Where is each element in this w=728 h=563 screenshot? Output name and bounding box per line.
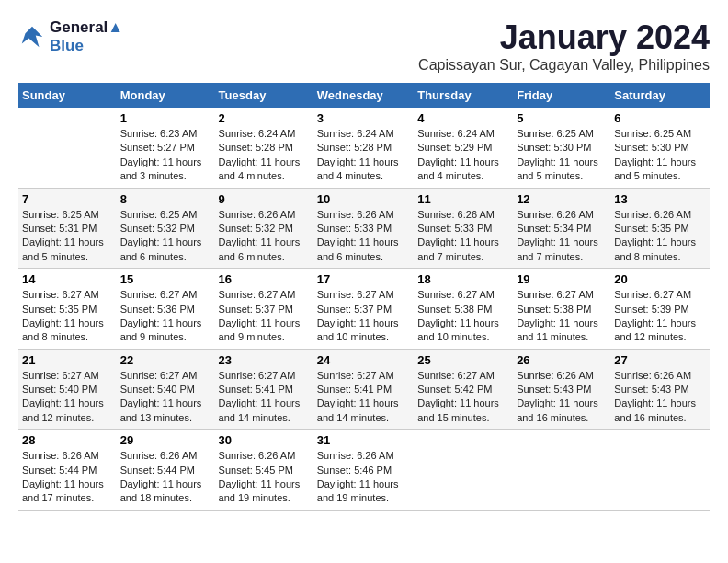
header-monday: Monday [117,83,215,108]
calendar-cell [18,108,117,188]
calendar-cell: 12Sunrise: 6:26 AM Sunset: 5:34 PM Dayli… [513,188,610,269]
cell-details: Sunrise: 6:27 AM Sunset: 5:41 PM Dayligh… [317,369,410,426]
cell-details: Sunrise: 6:26 AM Sunset: 5:35 PM Dayligh… [614,208,706,265]
calendar-cell: 21Sunrise: 6:27 AM Sunset: 5:40 PM Dayli… [18,349,117,430]
day-number: 28 [22,433,113,447]
day-number: 18 [417,272,509,286]
calendar-cell: 29Sunrise: 6:26 AM Sunset: 5:44 PM Dayli… [117,430,215,511]
calendar-cell: 31Sunrise: 6:26 AM Sunset: 5:46 PM Dayli… [313,430,414,511]
day-number: 10 [317,192,410,206]
cell-details: Sunrise: 6:23 AM Sunset: 5:27 PM Dayligh… [120,127,211,184]
cell-details: Sunrise: 6:24 AM Sunset: 5:29 PM Dayligh… [417,127,509,184]
calendar-cell: 3Sunrise: 6:24 AM Sunset: 5:28 PM Daylig… [313,108,414,188]
calendar-cell: 11Sunrise: 6:26 AM Sunset: 5:33 PM Dayli… [414,188,513,269]
calendar-cell: 1Sunrise: 6:23 AM Sunset: 5:27 PM Daylig… [117,108,215,188]
week-row-0: 1Sunrise: 6:23 AM Sunset: 5:27 PM Daylig… [18,108,710,188]
cell-details: Sunrise: 6:26 AM Sunset: 5:46 PM Dayligh… [317,449,410,506]
calendar-cell: 15Sunrise: 6:27 AM Sunset: 5:36 PM Dayli… [117,269,215,350]
header-wednesday: Wednesday [313,83,414,108]
day-number: 27 [614,353,706,367]
cell-details: Sunrise: 6:27 AM Sunset: 5:40 PM Dayligh… [120,369,211,426]
day-number: 31 [317,433,410,447]
cell-details: Sunrise: 6:26 AM Sunset: 5:34 PM Dayligh… [517,208,607,265]
cell-details: Sunrise: 6:25 AM Sunset: 5:30 PM Dayligh… [614,127,706,184]
cell-details: Sunrise: 6:25 AM Sunset: 5:31 PM Dayligh… [22,208,113,265]
day-number: 21 [22,353,113,367]
week-row-3: 21Sunrise: 6:27 AM Sunset: 5:40 PM Dayli… [18,349,710,430]
calendar-cell: 19Sunrise: 6:27 AM Sunset: 5:38 PM Dayli… [513,269,610,350]
calendar-cell: 6Sunrise: 6:25 AM Sunset: 5:30 PM Daylig… [610,108,710,188]
calendar-cell: 27Sunrise: 6:26 AM Sunset: 5:43 PM Dayli… [610,349,710,430]
header-sunday: Sunday [18,83,117,108]
calendar-cell: 10Sunrise: 6:26 AM Sunset: 5:33 PM Dayli… [313,188,414,269]
day-number: 24 [317,353,410,367]
day-number: 1 [120,111,211,125]
header-friday: Friday [513,83,610,108]
calendar-cell: 2Sunrise: 6:24 AM Sunset: 5:28 PM Daylig… [215,108,313,188]
day-number: 14 [22,272,113,286]
calendar-cell: 5Sunrise: 6:25 AM Sunset: 5:30 PM Daylig… [513,108,610,188]
calendar-cell: 20Sunrise: 6:27 AM Sunset: 5:39 PM Dayli… [610,269,710,350]
day-number: 2 [219,111,310,125]
month-title: January 2024 [418,18,710,57]
calendar-cell: 7Sunrise: 6:25 AM Sunset: 5:31 PM Daylig… [18,188,117,269]
cell-details: Sunrise: 6:27 AM Sunset: 5:42 PM Dayligh… [417,369,509,426]
day-number: 8 [120,192,211,206]
day-number: 23 [219,353,310,367]
cell-details: Sunrise: 6:24 AM Sunset: 5:28 PM Dayligh… [219,127,310,184]
cell-details: Sunrise: 6:27 AM Sunset: 5:39 PM Dayligh… [614,288,706,345]
day-number: 29 [120,433,211,447]
day-number: 7 [22,192,113,206]
calendar-cell: 25Sunrise: 6:27 AM Sunset: 5:42 PM Dayli… [414,349,513,430]
title-block: January 2024 Capissayan Sur, Cagayan Val… [418,18,710,74]
cell-details: Sunrise: 6:26 AM Sunset: 5:33 PM Dayligh… [417,208,509,265]
cell-details: Sunrise: 6:26 AM Sunset: 5:45 PM Dayligh… [219,449,310,506]
cell-details: Sunrise: 6:26 AM Sunset: 5:32 PM Dayligh… [219,208,310,265]
calendar-cell: 18Sunrise: 6:27 AM Sunset: 5:38 PM Dayli… [414,269,513,350]
calendar-cell: 16Sunrise: 6:27 AM Sunset: 5:37 PM Dayli… [215,269,313,350]
day-number: 25 [417,353,509,367]
logo-text: General▲ Blue [50,18,123,55]
week-row-2: 14Sunrise: 6:27 AM Sunset: 5:35 PM Dayli… [18,269,710,350]
calendar-cell: 24Sunrise: 6:27 AM Sunset: 5:41 PM Dayli… [313,349,414,430]
calendar-cell: 9Sunrise: 6:26 AM Sunset: 5:32 PM Daylig… [215,188,313,269]
day-number: 17 [317,272,410,286]
day-number: 16 [219,272,310,286]
cell-details: Sunrise: 6:25 AM Sunset: 5:32 PM Dayligh… [120,208,211,265]
cell-details: Sunrise: 6:27 AM Sunset: 5:40 PM Dayligh… [22,369,113,426]
cell-details: Sunrise: 6:25 AM Sunset: 5:30 PM Dayligh… [517,127,607,184]
calendar-cell: 28Sunrise: 6:26 AM Sunset: 5:44 PM Dayli… [18,430,117,511]
calendar-cell: 4Sunrise: 6:24 AM Sunset: 5:29 PM Daylig… [414,108,513,188]
calendar-cell [414,430,513,511]
day-number: 13 [614,192,706,206]
cell-details: Sunrise: 6:26 AM Sunset: 5:33 PM Dayligh… [317,208,410,265]
calendar-cell: 22Sunrise: 6:27 AM Sunset: 5:40 PM Dayli… [117,349,215,430]
day-number: 4 [417,111,509,125]
cell-details: Sunrise: 6:24 AM Sunset: 5:28 PM Dayligh… [317,127,410,184]
week-row-4: 28Sunrise: 6:26 AM Sunset: 5:44 PM Dayli… [18,430,710,511]
location: Capissayan Sur, Cagayan Valley, Philippi… [418,57,710,74]
day-number: 19 [517,272,607,286]
day-number: 22 [120,353,211,367]
cell-details: Sunrise: 6:27 AM Sunset: 5:37 PM Dayligh… [317,288,410,345]
header-tuesday: Tuesday [215,83,313,108]
calendar-cell: 14Sunrise: 6:27 AM Sunset: 5:35 PM Dayli… [18,269,117,350]
calendar-cell: 17Sunrise: 6:27 AM Sunset: 5:37 PM Dayli… [313,269,414,350]
day-number: 9 [219,192,310,206]
cell-details: Sunrise: 6:26 AM Sunset: 5:44 PM Dayligh… [22,449,113,506]
cell-details: Sunrise: 6:27 AM Sunset: 5:38 PM Dayligh… [517,288,607,345]
logo-bird-icon [18,23,46,51]
logo: General▲ Blue [18,18,123,55]
day-number: 30 [219,433,310,447]
day-number: 12 [517,192,607,206]
svg-marker-0 [22,27,43,48]
day-number: 6 [614,111,706,125]
calendar-cell: 26Sunrise: 6:26 AM Sunset: 5:43 PM Dayli… [513,349,610,430]
calendar-cell [610,430,710,511]
calendar-cell: 23Sunrise: 6:27 AM Sunset: 5:41 PM Dayli… [215,349,313,430]
calendar-cell: 30Sunrise: 6:26 AM Sunset: 5:45 PM Dayli… [215,430,313,511]
day-number: 26 [517,353,607,367]
cell-details: Sunrise: 6:26 AM Sunset: 5:43 PM Dayligh… [517,369,607,426]
day-number: 11 [417,192,509,206]
calendar-cell: 13Sunrise: 6:26 AM Sunset: 5:35 PM Dayli… [610,188,710,269]
